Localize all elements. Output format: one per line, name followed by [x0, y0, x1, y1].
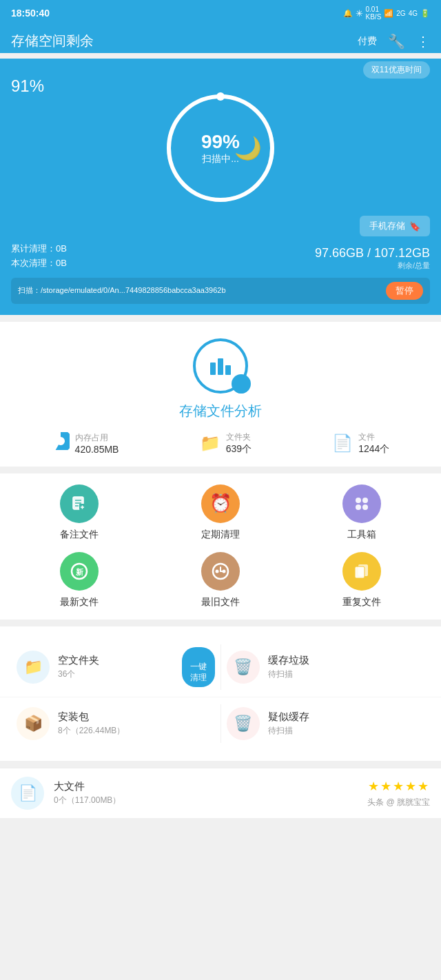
cleanup-apk[interactable]: 📦 安装包 8个（226.44MB） — [11, 697, 220, 750]
wifi-icon: 📶 — [384, 9, 393, 18]
battery-icon: 🔋 — [420, 9, 430, 18]
more-icon[interactable]: ⋮ — [416, 33, 430, 50]
analysis-section: 🔍 存储文件分析 内存占用 420.85MB 📁 文件夹 — [0, 322, 441, 467]
newest-files-icon: 新 — [60, 552, 99, 591]
top-section: 双11优惠时间 91% 99% 扫描中... 🌙 手机存储 🔖 — [0, 59, 441, 315]
big-file-icon: 📄 — [19, 784, 37, 802]
schedule-clean-icon: ⏰ — [201, 484, 240, 523]
cleanup-section: 📁 空文件夹 36个 一键 清理 🗑️ 缓存垃圾 待扫描 — [0, 626, 441, 762]
suspicious-cache-icon: 🗑️ — [234, 715, 252, 733]
tool-label: 重复文件 — [342, 596, 381, 609]
pause-button[interactable]: 暂停 — [386, 282, 423, 300]
pay-button[interactable]: 付费 — [358, 35, 377, 48]
analysis-stat-folder: 📁 文件夹 639个 — [200, 431, 252, 456]
credit-text: 头条 @ 胱胱宝宝 — [367, 797, 430, 808]
alarm-icon: 🔔 — [343, 9, 353, 18]
tool-label: 备注文件 — [60, 529, 99, 541]
tool-duplicate-files[interactable]: 重复文件 — [294, 552, 430, 609]
analysis-title: 存储文件分析 — [11, 402, 430, 420]
file-icon: 📄 — [332, 433, 353, 453]
bookmark-icon: 🔖 — [409, 221, 420, 232]
pie-chart-icon — [52, 432, 70, 454]
bottom-right-section: ★★★★★ 头条 @ 胱胱宝宝 — [367, 779, 430, 808]
bluetooth-icon: ✳ — [356, 8, 363, 19]
cleanup-row-2: 📦 安装包 8个（226.44MB） 🗑️ 疑似缓存 待扫描 — [11, 697, 430, 750]
storage-btn-row: 手机存储 🔖 — [11, 216, 430, 236]
big-file-item[interactable]: 📄 大文件 0个（117.00MB） — [11, 777, 367, 810]
svg-text:新: 新 — [75, 568, 83, 576]
svg-point-16 — [356, 498, 361, 503]
signal-2g: 2G — [396, 10, 405, 17]
signal-4g: 4G — [409, 10, 418, 17]
tool-label: 最旧文件 — [201, 596, 240, 609]
trash-icon: 🗑️ — [234, 658, 252, 676]
status-time: 18:50:40 — [11, 8, 50, 19]
apk-icon: 📦 — [24, 715, 43, 733]
tools-grid: 备注文件 ⏰ 定期清理 工具箱 新 — [11, 484, 430, 609]
analysis-stats: 内存占用 420.85MB 📁 文件夹 639个 📄 文件 1244个 — [11, 431, 430, 456]
folder-icon: 📁 — [24, 658, 43, 676]
storage-info-right: 97.66GB / 107.12GB 剩余/总量 — [315, 246, 430, 271]
big-file-icon-circle: 📄 — [11, 777, 44, 810]
analysis-icon: 🔍 — [193, 338, 248, 394]
folder-icon: 📁 — [200, 433, 220, 453]
storage-type-button[interactable]: 手机存储 🔖 — [360, 216, 430, 236]
cleanup-empty-folder[interactable]: 📁 空文件夹 36个 一键 清理 — [11, 637, 220, 697]
tool-newest-files[interactable]: 新 最新文件 — [11, 552, 147, 609]
tool-label: 工具箱 — [347, 529, 376, 541]
page-title: 存储空间剩余 — [11, 32, 94, 50]
storage-info-left: 累计清理：0B 本次清理：0B — [11, 242, 67, 271]
svg-point-19 — [362, 504, 368, 510]
scan-circle: 99% 扫描中... 🌙 — [158, 86, 283, 210]
cleanup-cache-trash[interactable]: 🗑️ 缓存垃圾 待扫描 — [221, 637, 431, 697]
analysis-icon-wrapper: 🔍 — [11, 338, 430, 394]
bottom-section: 📄 大文件 0个（117.00MB） ★★★★★ 头条 @ 胱胱宝宝 — [0, 768, 441, 818]
tool-toolbox[interactable]: 工具箱 — [294, 484, 430, 541]
svg-rect-5 — [225, 365, 231, 375]
promo-button[interactable]: 双11优惠时间 — [363, 61, 430, 79]
scan-path-row: 扫描：/storage/emulated/0/An...7449828856ba… — [11, 278, 430, 304]
tools-icon[interactable]: 🔧 — [388, 33, 405, 50]
svg-point-18 — [356, 504, 361, 510]
svg-rect-4 — [218, 358, 223, 375]
search-icon: 🔍 — [236, 380, 247, 391]
suspicious-cache-icon-circle: 🗑️ — [227, 707, 260, 740]
status-bar: 18:50:40 🔔 ✳ 0.01KB/S 📶 2G 4G 🔋 — [0, 0, 441, 26]
cleanup-suspicious-cache[interactable]: 🗑️ 疑似缓存 待扫描 — [221, 697, 431, 750]
tools-section: 备注文件 ⏰ 定期清理 工具箱 新 — [0, 473, 441, 620]
cache-trash-icon-circle: 🗑️ — [227, 651, 260, 684]
toolbox-icon — [342, 484, 381, 523]
one-click-clean-button[interactable]: 一键 清理 — [182, 647, 215, 688]
duplicate-files-icon — [342, 552, 381, 591]
tool-schedule-clean[interactable]: ⏰ 定期清理 — [152, 484, 288, 541]
app-header: 存储空间剩余 付费 🔧 ⋮ — [0, 26, 441, 53]
tool-label: 定期清理 — [201, 529, 240, 541]
data-speed: 0.01KB/S — [366, 6, 382, 21]
star-rating: ★★★★★ — [368, 779, 430, 794]
annotate-files-icon — [60, 484, 99, 523]
svg-point-17 — [362, 498, 368, 503]
analysis-stat-file: 📄 文件 1244个 — [332, 431, 389, 456]
status-icons: 🔔 ✳ 0.01KB/S 📶 2G 4G 🔋 — [343, 6, 430, 21]
scan-path-text: 扫描：/storage/emulated/0/An...7449828856ba… — [18, 285, 379, 296]
analysis-stat-memory: 内存占用 420.85MB — [52, 431, 119, 456]
alarm-clock-icon: ⏰ — [209, 493, 232, 514]
svg-point-7 — [57, 437, 65, 445]
cleanup-row-1: 📁 空文件夹 36个 一键 清理 🗑️ 缓存垃圾 待扫描 — [11, 637, 430, 697]
tool-annotate-files[interactable]: 备注文件 — [11, 484, 147, 541]
svg-point-2 — [216, 92, 225, 101]
header-actions: 付费 🔧 ⋮ — [358, 33, 430, 50]
svg-rect-3 — [210, 363, 216, 375]
tool-label: 最新文件 — [60, 596, 99, 609]
svg-point-23 — [215, 569, 218, 573]
oldest-files-icon — [201, 552, 240, 591]
tool-oldest-files[interactable]: 最旧文件 — [152, 552, 288, 609]
moon-icon: 🌙 — [234, 135, 262, 161]
scan-circle-container: 99% 扫描中... 🌙 — [11, 86, 430, 210]
empty-folder-icon-circle: 📁 — [17, 651, 50, 684]
storage-info-row: 累计清理：0B 本次清理：0B 97.66GB / 107.12GB 剩余/总量 — [11, 242, 430, 271]
apk-icon-circle: 📦 — [17, 707, 50, 740]
